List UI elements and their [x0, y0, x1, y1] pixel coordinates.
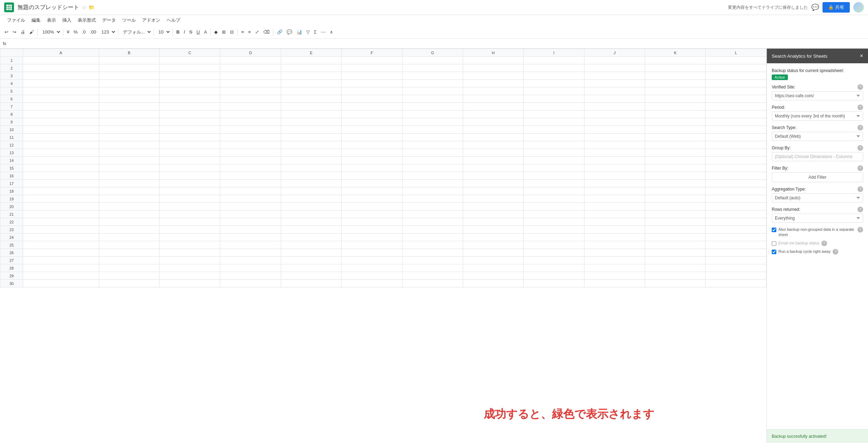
table-cell[interactable]: [584, 110, 645, 118]
table-cell[interactable]: [584, 57, 645, 64]
table-cell[interactable]: [281, 157, 341, 164]
table-cell[interactable]: [220, 126, 281, 134]
table-cell[interactable]: [463, 157, 523, 164]
table-cell[interactable]: [99, 249, 159, 257]
checkbox3-info-icon[interactable]: ?: [833, 249, 838, 255]
table-cell[interactable]: [706, 187, 766, 195]
align-h-button[interactable]: ≡: [239, 28, 246, 36]
table-cell[interactable]: [706, 210, 766, 218]
comment-toolbar-button[interactable]: 💬: [285, 28, 294, 36]
menu-help[interactable]: ヘルプ: [164, 16, 183, 25]
menu-insert[interactable]: 挿入: [59, 16, 74, 25]
table-cell[interactable]: [706, 103, 766, 110]
table-cell[interactable]: [23, 195, 99, 203]
avatar[interactable]: [853, 2, 864, 13]
table-cell[interactable]: [524, 203, 584, 210]
formula-button[interactable]: Σ: [312, 28, 318, 36]
font-family-select[interactable]: デフォル... Arial: [120, 28, 152, 36]
table-cell[interactable]: [99, 87, 159, 95]
formula-input[interactable]: [10, 41, 865, 46]
table-cell[interactable]: [645, 141, 706, 149]
table-cell[interactable]: [706, 257, 766, 264]
more-formats-select[interactable]: 123: [99, 28, 116, 36]
table-cell[interactable]: [342, 195, 402, 203]
menu-edit[interactable]: 編集: [29, 16, 43, 25]
fill-color-button[interactable]: ◆: [212, 28, 219, 36]
table-cell[interactable]: [342, 80, 402, 87]
period-info-icon[interactable]: ?: [858, 105, 863, 110]
align-v-button[interactable]: ≡: [246, 28, 253, 36]
table-cell[interactable]: [23, 218, 99, 226]
table-cell[interactable]: [402, 134, 463, 141]
table-cell[interactable]: [23, 87, 99, 95]
table-cell[interactable]: [463, 234, 523, 241]
table-cell[interactable]: [160, 141, 220, 149]
table-cell[interactable]: [524, 234, 584, 241]
table-cell[interactable]: [342, 57, 402, 64]
table-cell[interactable]: [220, 164, 281, 172]
star-icon[interactable]: ☆: [82, 5, 86, 10]
col-header-l[interactable]: L: [706, 49, 766, 57]
table-cell[interactable]: [160, 103, 220, 110]
table-cell[interactable]: [281, 234, 341, 241]
table-cell[interactable]: [342, 164, 402, 172]
table-cell[interactable]: [99, 95, 159, 103]
table-cell[interactable]: [584, 218, 645, 226]
table-cell[interactable]: [281, 126, 341, 134]
checkbox1-input[interactable]: [772, 228, 776, 232]
table-cell[interactable]: [402, 280, 463, 287]
zoom-select[interactable]: 100% 75% 50% 125%: [40, 28, 61, 36]
table-cell[interactable]: [645, 149, 706, 157]
col-header-g[interactable]: G: [402, 49, 463, 57]
table-cell[interactable]: [402, 118, 463, 126]
table-cell[interactable]: [160, 195, 220, 203]
table-cell[interactable]: [281, 264, 341, 272]
table-cell[interactable]: [584, 141, 645, 149]
table-cell[interactable]: [402, 149, 463, 157]
table-cell[interactable]: [160, 234, 220, 241]
table-cell[interactable]: [160, 249, 220, 257]
table-cell[interactable]: [402, 249, 463, 257]
table-cell[interactable]: [524, 210, 584, 218]
table-cell[interactable]: [23, 80, 99, 87]
table-cell[interactable]: [281, 87, 341, 95]
checkbox2-input[interactable]: [772, 241, 776, 246]
strikethrough-button[interactable]: S: [188, 28, 194, 36]
table-cell[interactable]: [645, 241, 706, 249]
table-cell[interactable]: [220, 234, 281, 241]
table-cell[interactable]: [342, 180, 402, 187]
table-cell[interactable]: [584, 172, 645, 180]
table-cell[interactable]: [23, 241, 99, 249]
table-cell[interactable]: [645, 180, 706, 187]
table-cell[interactable]: [706, 134, 766, 141]
period-select[interactable]: Monthly (runs every 3rd of the month) Da…: [772, 112, 863, 121]
table-cell[interactable]: [342, 87, 402, 95]
table-cell[interactable]: [402, 72, 463, 80]
checkbox1-info-icon[interactable]: ?: [858, 227, 863, 233]
table-cell[interactable]: [281, 203, 341, 210]
table-cell[interactable]: [342, 272, 402, 280]
table-cell[interactable]: [463, 126, 523, 134]
table-cell[interactable]: [524, 195, 584, 203]
table-cell[interactable]: [402, 80, 463, 87]
table-cell[interactable]: [463, 87, 523, 95]
table-cell[interactable]: [160, 118, 220, 126]
table-cell[interactable]: [584, 134, 645, 141]
table-cell[interactable]: [281, 180, 341, 187]
table-cell[interactable]: [220, 141, 281, 149]
table-cell[interactable]: [524, 157, 584, 164]
table-cell[interactable]: [160, 149, 220, 157]
table-cell[interactable]: [281, 149, 341, 157]
undo-button[interactable]: ↩: [3, 28, 10, 36]
group-by-input[interactable]: [772, 152, 863, 161]
table-cell[interactable]: [524, 87, 584, 95]
table-cell[interactable]: [402, 95, 463, 103]
table-cell[interactable]: [645, 118, 706, 126]
table-cell[interactable]: [584, 241, 645, 249]
col-header-e[interactable]: E: [281, 49, 341, 57]
table-cell[interactable]: [23, 164, 99, 172]
table-cell[interactable]: [463, 264, 523, 272]
table-cell[interactable]: [402, 264, 463, 272]
table-cell[interactable]: [342, 241, 402, 249]
filter-button[interactable]: ▽: [304, 28, 312, 36]
